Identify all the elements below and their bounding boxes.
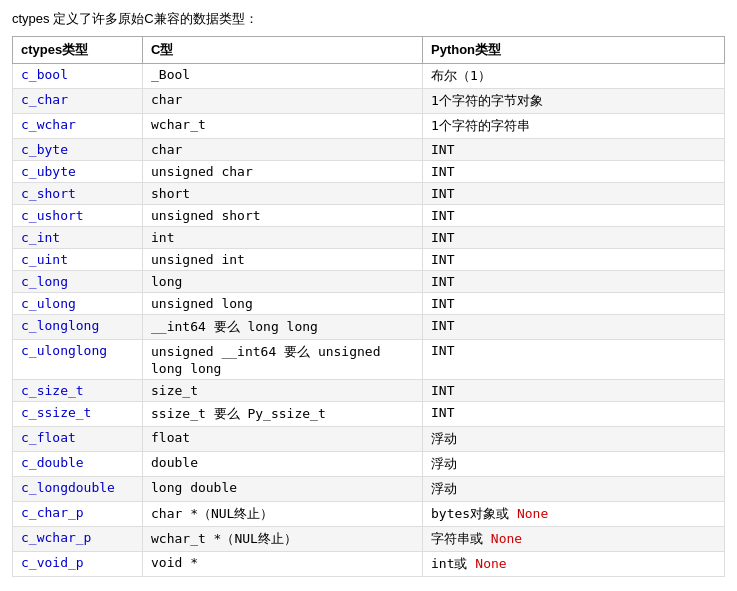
cell-python: 浮动 [423, 452, 725, 477]
cell-python: INT [423, 161, 725, 183]
cell-python: 1个字符的字符串 [423, 114, 725, 139]
cell-c: double [143, 452, 423, 477]
cell-python: 布尔（1） [423, 64, 725, 89]
table-row: c_ulongunsigned longINT [13, 293, 725, 315]
table-row: c_char_pchar *（NUL终止）bytes对象或 None [13, 502, 725, 527]
cell-ctypes: c_size_t [13, 380, 143, 402]
header-ctypes: ctypes类型 [13, 37, 143, 64]
cell-c: unsigned __int64 要么 unsigned long long [143, 340, 423, 380]
intro-text: ctypes 定义了许多原始C兼容的数据类型： [12, 10, 725, 28]
cell-python: 字符串或 None [423, 527, 725, 552]
cell-c: size_t [143, 380, 423, 402]
cell-python: INT [423, 402, 725, 427]
cell-python: INT [423, 249, 725, 271]
cell-c: _Bool [143, 64, 423, 89]
table-row: c_intintINT [13, 227, 725, 249]
cell-ctypes: c_void_p [13, 552, 143, 577]
cell-python: INT [423, 293, 725, 315]
cell-c: char [143, 139, 423, 161]
cell-ctypes: c_char_p [13, 502, 143, 527]
cell-c: unsigned short [143, 205, 423, 227]
cell-c: void * [143, 552, 423, 577]
cell-python: 浮动 [423, 427, 725, 452]
cell-ctypes: c_wchar [13, 114, 143, 139]
cell-ctypes: c_int [13, 227, 143, 249]
cell-ctypes: c_long [13, 271, 143, 293]
cell-c: __int64 要么 long long [143, 315, 423, 340]
cell-c: short [143, 183, 423, 205]
cell-c: float [143, 427, 423, 452]
table-row: c_wchar_pwchar_t *（NUL终止）字符串或 None [13, 527, 725, 552]
table-row: c_ulonglongunsigned __int64 要么 unsigned … [13, 340, 725, 380]
cell-c: char [143, 89, 423, 114]
table-row: c_bool_Bool布尔（1） [13, 64, 725, 89]
cell-ctypes: c_ubyte [13, 161, 143, 183]
cell-python: INT [423, 183, 725, 205]
cell-ctypes: c_byte [13, 139, 143, 161]
cell-c: long double [143, 477, 423, 502]
cell-c: char *（NUL终止） [143, 502, 423, 527]
cell-c: unsigned char [143, 161, 423, 183]
cell-python: INT [423, 139, 725, 161]
header-python: Python类型 [423, 37, 725, 64]
ctypes-table: ctypes类型 C型 Python类型 c_bool_Bool布尔（1）c_c… [12, 36, 725, 577]
cell-ctypes: c_ulong [13, 293, 143, 315]
cell-python: INT [423, 271, 725, 293]
table-row: c_void_pvoid *int或 None [13, 552, 725, 577]
cell-c: long [143, 271, 423, 293]
cell-c: unsigned int [143, 249, 423, 271]
table-row: c_wcharwchar_t1个字符的字符串 [13, 114, 725, 139]
cell-ctypes: c_ulonglong [13, 340, 143, 380]
table-row: c_ssize_tssize_t 要么 Py_ssize_tINT [13, 402, 725, 427]
table-row: c_doubledouble浮动 [13, 452, 725, 477]
table-row: c_longlong__int64 要么 long longINT [13, 315, 725, 340]
table-row: c_shortshortINT [13, 183, 725, 205]
table-row: c_ushortunsigned shortINT [13, 205, 725, 227]
cell-ctypes: c_double [13, 452, 143, 477]
cell-ctypes: c_float [13, 427, 143, 452]
cell-ctypes: c_longlong [13, 315, 143, 340]
cell-ctypes: c_char [13, 89, 143, 114]
table-row: c_longdoublelong double浮动 [13, 477, 725, 502]
cell-c: unsigned long [143, 293, 423, 315]
cell-python: INT [423, 205, 725, 227]
cell-python: INT [423, 340, 725, 380]
table-row: c_floatfloat浮动 [13, 427, 725, 452]
cell-python: bytes对象或 None [423, 502, 725, 527]
cell-c: ssize_t 要么 Py_ssize_t [143, 402, 423, 427]
cell-c: wchar_t [143, 114, 423, 139]
cell-python: 1个字符的字节对象 [423, 89, 725, 114]
table-row: c_longlongINT [13, 271, 725, 293]
cell-ctypes: c_short [13, 183, 143, 205]
cell-ctypes: c_wchar_p [13, 527, 143, 552]
cell-python: INT [423, 380, 725, 402]
table-row: c_uintunsigned intINT [13, 249, 725, 271]
cell-ctypes: c_ushort [13, 205, 143, 227]
table-row: c_charchar1个字符的字节对象 [13, 89, 725, 114]
table-row: c_bytecharINT [13, 139, 725, 161]
cell-ctypes: c_ssize_t [13, 402, 143, 427]
table-row: c_ubyteunsigned charINT [13, 161, 725, 183]
cell-ctypes: c_uint [13, 249, 143, 271]
cell-python: INT [423, 227, 725, 249]
cell-ctypes: c_bool [13, 64, 143, 89]
cell-python: INT [423, 315, 725, 340]
cell-c: wchar_t *（NUL终止） [143, 527, 423, 552]
cell-ctypes: c_longdouble [13, 477, 143, 502]
cell-python: 浮动 [423, 477, 725, 502]
table-row: c_size_tsize_tINT [13, 380, 725, 402]
cell-c: int [143, 227, 423, 249]
cell-python: int或 None [423, 552, 725, 577]
header-c: C型 [143, 37, 423, 64]
